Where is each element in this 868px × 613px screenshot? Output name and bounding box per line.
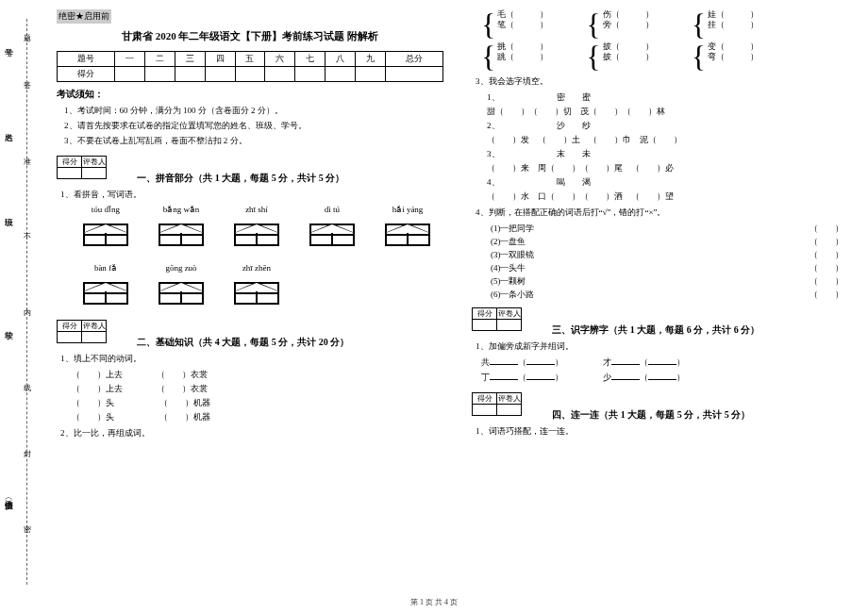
marker: 内 — [21, 302, 31, 307]
pinyin-item: gōng zuò — [151, 263, 211, 314]
verb-row: （ ）头（ ）机器 — [72, 411, 443, 423]
judge-item: (1)一把同学（ ） — [491, 223, 843, 235]
score-mini-box: 得分评卷人 — [472, 392, 522, 416]
marker: 题 — [21, 28, 31, 34]
char-choice: 2、沙 纱 — [487, 120, 859, 132]
section-2-title: 二、基础知识（共 4 大题，每题 5 分，共计 20 分） — [137, 336, 349, 349]
judge-item: (3)一双眼镜（ ） — [491, 249, 843, 261]
notice-title: 考试须知： — [57, 88, 443, 101]
char-choice: 1、密 蜜 — [487, 91, 859, 104]
brace-row: {挑（ ）跳（ ） {披（ ）披（ ） {变（ ）弯（ ） — [472, 41, 859, 72]
radical-row: 共（） 才（） — [481, 356, 859, 369]
char-line: （ ）发 （ ）土 （ ）巾 泥（ ） — [487, 134, 859, 146]
th: 八 — [326, 52, 356, 67]
marker: 线 — [21, 377, 31, 383]
pinyin-grid: tóu dǐng bǎng wǎn zhī shí dì tú hǎi yáng… — [75, 205, 443, 314]
section-3-title: 三、识字辨字（共 1 大题，每题 6 分，共计 6 分） — [552, 323, 760, 337]
verb-row: （ ）头（ ）机器 — [72, 397, 443, 409]
secret-label: 绝密★启用前 — [57, 9, 111, 24]
judge-item: (6)一条小路（ ） — [491, 289, 843, 301]
notice-item: 2、请首先按要求在试卷的指定位置填写您的姓名、班级、学号。 — [64, 120, 443, 132]
char-line: （ ）水 口（ ）（ ）酒 （ ）望 — [487, 191, 859, 203]
score-mini-box: 得分评卷人 — [57, 156, 107, 179]
score-table: 题号 一 二 三 四 五 六 七 八 九 总分 得分 — [57, 51, 443, 82]
th: 二 — [144, 52, 175, 67]
char-choice: 3、末 未 — [487, 148, 859, 160]
row-label: 得分 — [58, 67, 115, 82]
q2-1-stem: 1、填上不同的动词。 — [60, 353, 443, 365]
field-student-id: 学号 — [2, 38, 16, 45]
q1-stem: 1、看拼音，写词语。 — [60, 189, 443, 201]
judge-item: (2)一盘鱼（ ） — [491, 236, 843, 248]
marker: 答 — [21, 75, 31, 81]
marker: 密 — [21, 519, 31, 524]
section-1-title: 一、拼音部分（共 1 大题，每题 5 分，共计 5 分） — [137, 172, 344, 185]
radical-row: 丁（） 少（） — [481, 372, 859, 384]
field-class: 班级 — [2, 207, 16, 215]
pinyin-item: zhī shí — [226, 205, 287, 256]
brace-row: {毛（ ）笔（ ） {伤（ ）旁（ ） {娃（ ）挂（ ） — [472, 9, 859, 40]
marker: 不 — [21, 226, 31, 232]
th: 四 — [205, 52, 235, 67]
exam-title: 甘肃省 2020 年二年级语文【下册】考前练习试题 附解析 — [57, 29, 443, 43]
field-name: 姓名 — [2, 123, 16, 130]
th: 九 — [356, 52, 386, 67]
pinyin-item: zhī zhēn — [226, 263, 287, 314]
page-footer: 第 1 页 共 4 页 — [0, 597, 868, 607]
field-school: 学校 — [2, 321, 16, 328]
q2-4-stem: 4、判断，在搭配正确的词语后打“√”，错的打“×”。 — [476, 207, 859, 219]
char-choice: 4、喝 渴 — [487, 176, 859, 189]
th: 七 — [295, 52, 326, 67]
char-line: 甜（ ）（ ）切 茂（ ）（ ）林 — [487, 106, 859, 118]
right-column: {毛（ ）笔（ ） {伤（ ）旁（ ） {娃（ ）挂（ ） {挑（ ）跳（ ） … — [472, 9, 859, 613]
th: 六 — [265, 52, 295, 67]
judge-item: (4)一头牛（ ） — [491, 262, 843, 274]
char-line: （ ）来 周（ ）（ ）尾 （ ）必 — [487, 162, 859, 174]
notice-item: 3、不要在试卷上乱写乱画，卷面不整洁扣 2 分。 — [64, 135, 443, 147]
judge-item: (5)一颗树（ ） — [491, 275, 843, 288]
q4-1-stem: 1、词语巧搭配，连一连。 — [476, 425, 859, 438]
pinyin-item: dì tú — [302, 205, 362, 256]
q2-2-stem: 2、比一比，再组成词。 — [60, 427, 443, 439]
th: 题号 — [58, 52, 115, 67]
binding-sidebar: 题 学号 答 姓名 准 班级 不 内 学校 线 封 乡镇（街道） 密 — [0, 0, 47, 613]
score-mini-box: 得分评卷人 — [57, 320, 107, 343]
th: 五 — [235, 52, 265, 67]
field-town: 乡镇（街道） — [2, 490, 16, 498]
th: 一 — [114, 52, 144, 67]
pinyin-item: hǎi yáng — [377, 205, 438, 256]
q2-3-stem: 3、我会选字填空。 — [476, 75, 859, 88]
pinyin-item: bàn fǎ — [75, 263, 136, 314]
pinyin-item: tóu dǐng — [75, 205, 136, 256]
th: 总分 — [386, 52, 443, 67]
th: 三 — [175, 52, 205, 67]
notice-item: 1、考试时间：60 分钟，满分为 100 分（含卷面分 2 分）。 — [64, 105, 443, 117]
verb-row: （ ）上去（ ）衣裳 — [72, 383, 443, 395]
marker: 准 — [21, 151, 31, 157]
left-column: 绝密★启用前 甘肃省 2020 年二年级语文【下册】考前练习试题 附解析 题号 … — [57, 9, 443, 613]
marker: 封 — [21, 443, 31, 449]
verb-row: （ ）上去（ ）衣裳 — [72, 369, 443, 381]
score-mini-box: 得分评卷人 — [472, 307, 522, 331]
q3-1-stem: 1、加偏旁成新字并组词。 — [476, 340, 859, 353]
pinyin-item: bǎng wǎn — [151, 205, 211, 256]
section-4-title: 四、连一连（共 1 大题，每题 5 分，共计 5 分） — [552, 408, 750, 422]
